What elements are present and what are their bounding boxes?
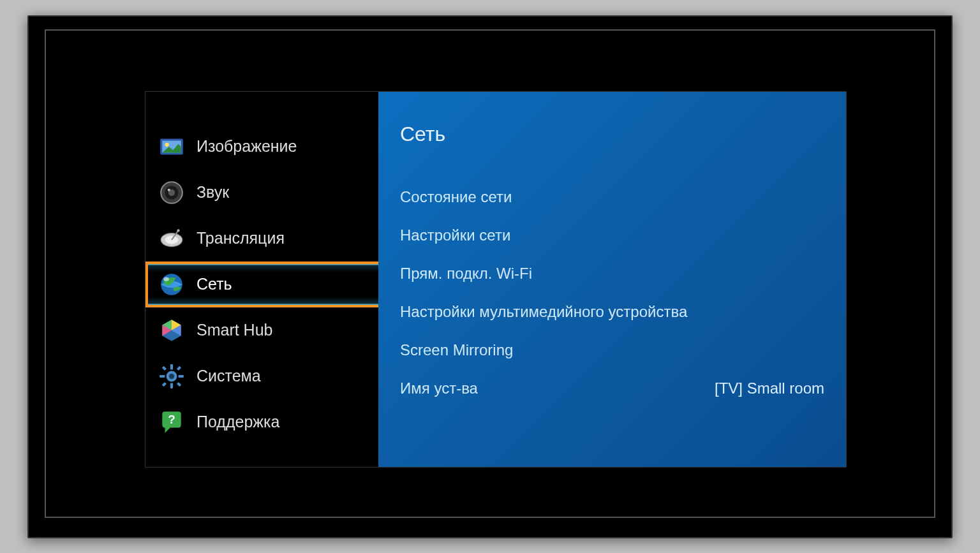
panel-item-multimedia-device[interactable]: Настройки мультимедийного устройства — [400, 293, 824, 331]
panel-item-device-name[interactable]: Имя уст-ва [TV] Small room — [400, 369, 824, 408]
smarthub-icon — [158, 317, 185, 344]
sidebar-item-picture[interactable]: Изображение — [145, 124, 378, 170]
sidebar-item-support[interactable]: ? Поддержка — [145, 399, 378, 445]
panel-item-label: Имя уст-ва — [400, 380, 478, 397]
svg-rect-21 — [160, 374, 165, 377]
sidebar-item-network[interactable]: Сеть — [145, 262, 381, 307]
panel-item-label: Настройки мультимедийного устройства — [400, 303, 687, 321]
settings-sidebar: Изображение Звук — [145, 92, 378, 467]
sidebar-item-label: Поддержка — [197, 413, 279, 431]
sidebar-item-sound[interactable]: Звук — [145, 170, 378, 216]
panel-item-label: Прям. подкл. Wi-Fi — [400, 265, 532, 283]
settings-menu: Изображение Звук — [145, 91, 847, 468]
panel-item-wifi-direct[interactable]: Прям. подкл. Wi-Fi — [400, 254, 824, 293]
system-icon — [158, 363, 185, 390]
sidebar-item-broadcast[interactable]: Трансляция — [145, 216, 378, 262]
svg-rect-26 — [177, 381, 181, 386]
svg-point-2 — [165, 142, 169, 146]
sidebar-item-label: Трансляция — [197, 229, 285, 247]
sidebar-item-label: Smart Hub — [197, 321, 272, 339]
broadcast-icon — [158, 225, 185, 252]
tv-screen: Изображение Звук — [45, 29, 935, 518]
panel-item-label: Screen Mirroring — [400, 341, 513, 359]
tv-frame: Изображение Звук — [27, 15, 953, 538]
svg-point-10 — [177, 229, 179, 232]
panel-item-value: [TV] Small room — [715, 380, 824, 397]
sound-icon — [158, 179, 185, 206]
svg-rect-24 — [177, 365, 181, 370]
settings-panel: Сеть Состояние сети Настройки сети Прям.… — [378, 92, 846, 467]
sidebar-item-label: Сеть — [197, 275, 232, 293]
svg-rect-22 — [179, 374, 184, 377]
svg-rect-19 — [170, 364, 173, 369]
svg-point-27 — [169, 373, 174, 378]
svg-text:?: ? — [168, 413, 175, 426]
picture-icon — [158, 133, 185, 160]
network-icon — [158, 271, 185, 298]
sidebar-item-label: Система — [197, 367, 261, 385]
support-icon: ? — [158, 409, 185, 436]
panel-item-label: Настройки сети — [400, 226, 510, 244]
sidebar-item-label: Звук — [197, 183, 229, 202]
sidebar-item-label: Изображение — [197, 137, 297, 156]
panel-item-network-status[interactable]: Состояние сети — [400, 178, 824, 216]
panel-item-screen-mirroring[interactable]: Screen Mirroring — [400, 331, 824, 369]
panel-item-network-settings[interactable]: Настройки сети — [400, 216, 824, 254]
svg-rect-23 — [162, 365, 167, 370]
sidebar-item-smarthub[interactable]: Smart Hub — [145, 307, 378, 353]
svg-rect-25 — [162, 381, 167, 386]
panel-item-label: Состояние сети — [400, 188, 512, 206]
svg-rect-20 — [170, 383, 173, 388]
svg-point-6 — [168, 188, 170, 191]
panel-title: Сеть — [400, 122, 824, 146]
sidebar-item-system[interactable]: Система — [145, 353, 378, 399]
svg-point-12 — [163, 277, 168, 281]
